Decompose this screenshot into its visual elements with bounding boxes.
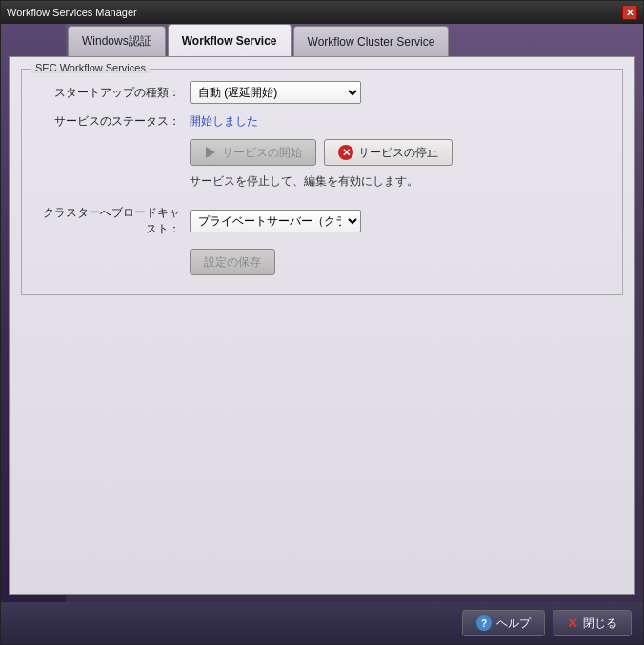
startup-type-row: スタートアップの種類： 自動 (遅延開始): [37, 81, 607, 104]
service-status-value: 開始しました: [190, 113, 607, 130]
panel: SEC Workflow Services スタートアップの種類： 自動 (遅延…: [9, 56, 635, 595]
window-close-button[interactable]: ✕: [622, 5, 637, 20]
startup-type-select[interactable]: 自動 (遅延開始): [190, 81, 361, 104]
info-text: サービスを停止して、編集を有効にします。: [190, 173, 607, 190]
play-triangle: [206, 147, 215, 158]
broadcast-control: プライベートサーバー（クラスター化なし）: [190, 210, 607, 232]
stop-x-icon: ✕: [338, 145, 353, 160]
bottom-bar: ? ヘルプ ✕ 閉じる: [1, 602, 643, 644]
start-service-button[interactable]: サービスの開始: [190, 139, 316, 166]
tab-bar: Windows認証 Workflow Service Workflow Clus…: [68, 24, 643, 56]
tab-workflow-cluster[interactable]: Workflow Cluster Service: [293, 26, 450, 56]
close-button[interactable]: ✕ 閉じる: [553, 610, 632, 636]
main-window: Workflow Services Manager ✕ Dispatcher P…: [0, 0, 644, 645]
help-button[interactable]: ? ヘルプ: [462, 610, 545, 636]
stop-service-button[interactable]: ✕ サービスの停止: [324, 139, 453, 166]
broadcast-row: クラスターへブロードキャスト： プライベートサーバー（クラスター化なし）: [37, 205, 607, 237]
tab-windows-auth[interactable]: Windows認証: [68, 26, 166, 56]
startup-type-control: 自動 (遅延開始): [190, 81, 607, 104]
close-x-icon: ✕: [567, 615, 578, 631]
save-settings-button[interactable]: 設定の保存: [190, 249, 275, 275]
startup-type-label: スタートアップの種類：: [37, 85, 190, 101]
tab-workflow-service[interactable]: Workflow Service: [168, 24, 292, 56]
close-label: 閉じる: [583, 615, 617, 632]
title-bar: Workflow Services Manager ✕: [1, 1, 643, 24]
help-icon: ?: [476, 615, 492, 631]
status-text: 開始しました: [190, 114, 258, 128]
stop-service-label: サービスの停止: [358, 145, 438, 161]
save-button-row: 設定の保存: [37, 249, 607, 275]
broadcast-select[interactable]: プライベートサーバー（クラスター化なし）: [190, 210, 361, 232]
broadcast-label: クラスターへブロードキャスト：: [37, 205, 190, 237]
help-label: ヘルプ: [496, 615, 531, 632]
group-box: SEC Workflow Services スタートアップの種類： 自動 (遅延…: [21, 69, 623, 295]
window-title: Workflow Services Manager: [7, 7, 137, 18]
group-box-label: SEC Workflow Services: [31, 62, 150, 73]
save-settings-label: 設定の保存: [204, 254, 261, 271]
service-status-label: サービスのステータス：: [37, 113, 190, 130]
start-service-label: サービスの開始: [222, 145, 302, 161]
service-status-row: サービスのステータス： 開始しました: [37, 113, 607, 130]
main-content: Windows認証 Workflow Service Workflow Clus…: [1, 24, 643, 644]
service-buttons-row: サービスの開始 ✕ サービスの停止: [190, 139, 607, 166]
play-icon: [204, 146, 217, 159]
